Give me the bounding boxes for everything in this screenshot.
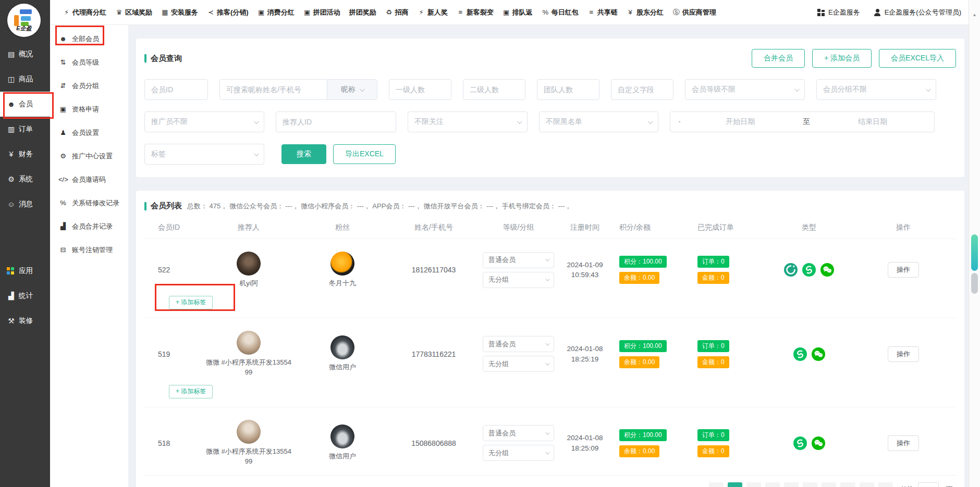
nav-item-consume-dividend[interactable]: ▣消费分红 [258,8,295,17]
level-select[interactable]: 普通会员 [483,425,554,441]
nav-item-queue-return[interactable]: ▣排队返 [503,8,533,17]
balance-badge: 余额：0.00 [619,356,659,368]
nav-item-distribution[interactable]: ≺推客(分销) [207,8,249,17]
merge-members-button[interactable]: 合并会员 [752,49,805,68]
nav-item-supplier-mgmt[interactable]: Ⓢ供应商管理 [672,8,716,17]
sidebar-item-stats[interactable]: ▟统计 [0,283,50,308]
add-tag-button[interactable]: + 添加标签 [169,296,213,309]
nav-item-group-reward[interactable]: 拼团奖励 [349,8,376,17]
sidebar-item-system[interactable]: ⚙系统 [0,167,50,192]
submenu-item-member-group[interactable]: ⇵会员分组 [50,74,128,97]
nav-label: 排队返 [512,8,533,17]
nav-item-agent-dividend[interactable]: ⚡代理商分红 [63,8,106,17]
blacklist-select[interactable]: 不限黑名单 [539,111,658,132]
member-id-input[interactable] [144,79,208,100]
sidebar-item-decorate[interactable]: ⚒装修 [0,308,50,333]
scrollbar-thumb[interactable] [971,273,978,294]
referrer-id-input[interactable] [276,111,396,132]
team-count-input[interactable] [537,79,599,100]
group-select[interactable]: 无分组 [483,272,554,288]
nav-item-install-service[interactable]: ▦安装服务 [161,8,198,17]
goto-page-input[interactable] [918,482,939,487]
col-name-phone: 姓名/手机号 [389,223,478,232]
group-select[interactable]: 无分组 [483,356,554,372]
next-page-button[interactable]: › [878,482,893,487]
miniprogram-icon [793,347,807,361]
member-phone: 17783116221 [389,350,478,358]
page-button[interactable]: 4 [784,482,799,487]
submenu-item-promotion-settings[interactable]: ⚙推广中心设置 [50,144,128,168]
submenu-label: 会员等级 [72,58,99,67]
sidebar-item-goods[interactable]: ◫商品 [0,67,50,92]
chevron-down-icon [360,86,365,92]
nav-label: 消费分红 [267,8,295,17]
nav-item-daily-redpacket[interactable]: %每日红包 [542,8,579,17]
nav-item-fission[interactable]: ≡新客裂变 [457,8,494,17]
page-button[interactable]: 5 [803,482,817,487]
page-button[interactable]: 24 [860,482,874,487]
level-select[interactable]: 普通会员 [483,252,554,268]
row-action-button[interactable]: 操作 [888,346,919,362]
add-tag-button[interactable]: + 添加标签 [169,385,213,398]
service-menu[interactable]: E企盈服务 [817,8,860,17]
page-button[interactable]: 3 [765,482,780,487]
sidebar-item-apps[interactable]: 应用 [0,258,50,283]
start-date-field[interactable]: 开始日期 [685,117,795,127]
page-button[interactable]: 6 [822,482,836,487]
account-menu[interactable]: E企盈服务(公众号管理员) [874,8,961,17]
points-badge: 积分：100.00 [619,429,667,441]
submenu-item-invite-code[interactable]: </>会员邀请码 [50,168,128,191]
follow-select[interactable]: 不限关注 [408,111,528,132]
end-date-field[interactable]: 结束日期 [817,117,928,127]
sidebar-item-members[interactable]: ☻会员 [0,92,50,117]
page-button[interactable]: 2 [746,482,761,487]
level1-count-input[interactable] [389,79,451,100]
prev-page-button[interactable]: ‹ [709,482,724,487]
nav-item-newcomer-award[interactable]: ⚡新人奖 [418,8,448,17]
date-range-picker[interactable]: ◔ 开始日期 至 结束日期 [670,111,935,132]
submenu-item-account-cancel[interactable]: ⊟账号注销管理 [50,238,128,261]
page-button[interactable]: 1 [728,482,742,487]
referrer-name: 微微 #小程序系统开发13554 99 [205,446,292,467]
clock-icon: ◔ [677,118,681,126]
export-excel-button[interactable]: 导出EXCEL [333,144,396,164]
image-icon: ▣ [503,8,510,16]
app-logo[interactable]: E企盈 [7,4,41,37]
nav-item-region-award[interactable]: ♛区域奖励 [115,8,152,17]
member-group-select[interactable]: 会员分组不限 [816,79,936,100]
search-button[interactable]: 搜索 [281,144,326,164]
sidebar-item-orders[interactable]: ▥订单 [0,117,50,142]
more-pages-button[interactable]: ••• [840,482,855,487]
row-action-button[interactable]: 操作 [888,262,919,278]
submenu-item-all-members[interactable]: ☻全部会员 [50,27,128,51]
nav-item-group-activity[interactable]: ▣拼团活动 [303,8,340,17]
submenu-item-relation-log[interactable]: %关系链修改记录 [50,191,128,215]
member-excel-import-button[interactable]: 会员EXCEL导入 [879,49,956,68]
nav-item-investment[interactable]: ♻招商 [385,8,409,17]
custom-field-input[interactable] [611,79,673,100]
member-level-select[interactable]: 会员等级不限 [685,79,805,100]
search-input[interactable] [220,80,327,99]
scroll-up-icon[interactable]: ▲ [969,13,980,17]
tag-select[interactable]: 标签 [144,144,264,165]
sidebar-item-finance[interactable]: ¥财务 [0,142,50,167]
promoter-select[interactable]: 推广员不限 [144,111,264,132]
submenu-item-qualification[interactable]: ▣资格申请 [50,97,128,121]
points-badge: 积分：100.00 [619,340,667,352]
submenu-item-member-settings[interactable]: ♟会员设置 [50,121,128,144]
nav-item-shareholder-dividend[interactable]: ¥股东分红 [627,8,664,17]
submenu-item-merge-log[interactable]: ▟会员合并记录 [50,215,128,238]
sidebar-item-overview[interactable]: ▤概况 [0,42,50,67]
group-select[interactable]: 无分组 [483,445,554,461]
sidebar-item-messages[interactable]: ☺消息 [0,192,50,217]
row-action-button[interactable]: 操作 [888,435,919,451]
scrollbar-thumb[interactable] [971,234,978,271]
submenu-item-member-level[interactable]: ⇅会员等级 [50,51,128,74]
add-member-button[interactable]: + 添加会员 [812,49,872,68]
search-type-select[interactable]: 昵称 [327,80,377,99]
nav-item-share-chain[interactable]: ≡共享链 [587,8,618,17]
page-scrollbar[interactable]: ▲ [969,0,980,487]
level2-count-input[interactable] [463,79,525,100]
level-select[interactable]: 普通会员 [483,336,554,352]
nav-label: 股东分红 [636,8,664,17]
